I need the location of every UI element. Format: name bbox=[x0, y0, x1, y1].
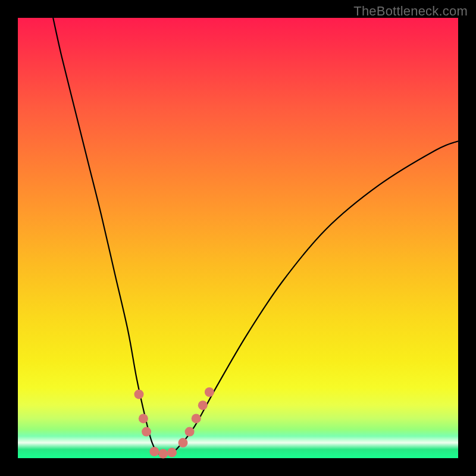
bottleneck-curve-layer bbox=[18, 18, 458, 458]
left-cluster-marker bbox=[134, 390, 144, 399]
right-cluster-marker bbox=[198, 400, 208, 410]
right-cluster-marker bbox=[185, 427, 195, 437]
right-cluster-marker bbox=[178, 438, 188, 447]
left-cluster-marker bbox=[139, 414, 148, 423]
right-cluster-marker bbox=[192, 414, 201, 423]
bottleneck-curve bbox=[53, 18, 458, 455]
plot-area bbox=[18, 18, 458, 458]
bottom-marker bbox=[149, 447, 159, 456]
chart-frame: TheBottleneck.com bbox=[0, 0, 476, 476]
watermark-text: TheBottleneck.com bbox=[353, 4, 468, 19]
bottom-marker bbox=[158, 449, 168, 459]
bottom-marker bbox=[167, 447, 177, 457]
left-cluster-marker bbox=[142, 427, 151, 437]
right-cluster-marker bbox=[205, 387, 214, 397]
